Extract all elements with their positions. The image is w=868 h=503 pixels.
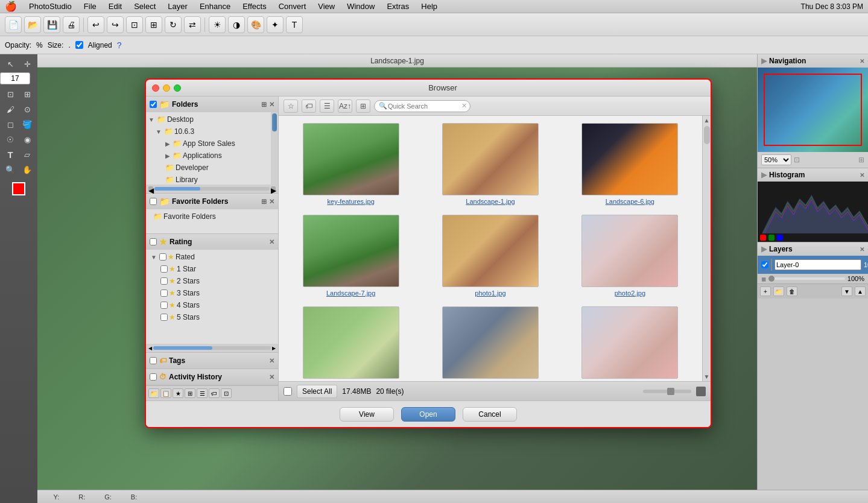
- file-item-4[interactable]: photo1.jpg: [423, 212, 557, 299]
- 3star-checkbox[interactable]: [160, 289, 168, 297]
- new-button[interactable]: 📄: [5, 16, 22, 33]
- folder-scroll-right[interactable]: ▶: [271, 186, 276, 191]
- tree-item-applications[interactable]: ▶ 📁 Applications: [146, 150, 271, 162]
- menu-enhance[interactable]: Enhance: [197, 2, 233, 11]
- rating-scroll-right[interactable]: ▶: [272, 346, 276, 351]
- crop-tool[interactable]: ⊡: [2, 87, 18, 101]
- rating-hscroll-track[interactable]: [153, 346, 271, 350]
- layer-visibility-checkbox[interactable]: [761, 261, 768, 268]
- zoom-slider[interactable]: [643, 390, 691, 393]
- tags-checkbox[interactable]: [150, 357, 157, 364]
- histogram-close[interactable]: ✕: [860, 172, 864, 179]
- folder-close-icon[interactable]: ✕: [269, 101, 274, 109]
- sidebar-btn-7[interactable]: ⊡: [221, 388, 232, 398]
- select-all-button[interactable]: Select All: [297, 385, 337, 398]
- fav-grid-icon[interactable]: ⊞: [261, 198, 267, 206]
- file-item-0[interactable]: key-features.jpg: [284, 121, 418, 207]
- activity-checkbox[interactable]: [150, 373, 157, 381]
- view-button[interactable]: View: [340, 407, 394, 422]
- browser-sort-btn[interactable]: Az↑: [338, 100, 352, 113]
- flip-button[interactable]: ⇄: [184, 16, 201, 33]
- browser-fav-btn[interactable]: ☆: [284, 100, 298, 113]
- 5star-checkbox[interactable]: [160, 314, 168, 321]
- text-tool[interactable]: T: [2, 147, 18, 162]
- folder-grid-icon[interactable]: ⊞: [261, 101, 267, 109]
- file-item-3[interactable]: Landscape-7.jpg: [284, 212, 418, 299]
- browser-view-btn[interactable]: ☰: [320, 100, 334, 113]
- file-item-8[interactable]: photo5.jpg: [563, 304, 697, 381]
- layer-folder-btn[interactable]: 📁: [773, 286, 784, 296]
- contrast-button[interactable]: ◑: [228, 16, 245, 33]
- search-clear-icon[interactable]: ✕: [461, 102, 467, 110]
- eraser-tool[interactable]: ◻: [2, 117, 18, 131]
- menu-view[interactable]: View: [315, 2, 337, 11]
- tree-item-fav-folders[interactable]: 📁 Favorite Folders: [146, 210, 278, 223]
- tree-item-rated[interactable]: ▼ ★ Rated: [146, 251, 278, 263]
- layer-up-btn[interactable]: ▲: [855, 286, 866, 296]
- nav-fit-icon[interactable]: ⊡: [794, 156, 800, 164]
- fav-checkbox[interactable]: [150, 198, 157, 205]
- folder-scroll-thumb[interactable]: [272, 113, 277, 131]
- menu-help[interactable]: Help: [419, 2, 440, 11]
- maximize-traffic-light[interactable]: [174, 84, 181, 92]
- tags-close-icon[interactable]: ✕: [269, 357, 274, 365]
- fill-tool[interactable]: 🪣: [19, 117, 35, 131]
- opacity-slider-track[interactable]: [768, 277, 845, 280]
- rating-checkbox[interactable]: [150, 238, 157, 245]
- tree-item-appstore[interactable]: ▶ 📁 App Store Sales: [146, 138, 271, 150]
- dodge-tool[interactable]: ☉: [2, 132, 18, 147]
- brush-tool[interactable]: 🖌: [2, 102, 18, 116]
- sidebar-btn-2[interactable]: 📋: [160, 388, 171, 398]
- cancel-button[interactable]: Cancel: [463, 407, 517, 422]
- file-item-7[interactable]: photo4.jpg: [423, 304, 557, 381]
- menu-convert[interactable]: Convert: [276, 2, 309, 11]
- text-button[interactable]: T: [286, 16, 303, 33]
- move-tool[interactable]: ✛: [19, 57, 35, 71]
- rating-close-icon[interactable]: ✕: [269, 238, 274, 246]
- clone-tool[interactable]: ⊙: [19, 102, 35, 116]
- folders-checkbox[interactable]: [150, 101, 157, 108]
- sidebar-btn-5[interactable]: ☰: [197, 388, 207, 398]
- blur-tool[interactable]: ◉: [19, 132, 35, 147]
- close-traffic-light[interactable]: [152, 84, 159, 92]
- file-item-5[interactable]: photo2.jpg: [563, 212, 697, 299]
- crop-button[interactable]: ⊡: [126, 16, 143, 33]
- rated-checkbox[interactable]: [159, 253, 166, 261]
- sidebar-btn-4[interactable]: ⊞: [185, 388, 195, 398]
- apple-menu[interactable]: 🍎: [5, 1, 17, 12]
- sidebar-btn-1[interactable]: 📁: [148, 388, 159, 398]
- zoom-select[interactable]: 50% 25% 75% 100%: [761, 154, 791, 165]
- 2star-checkbox[interactable]: [160, 277, 168, 285]
- navigation-thumbnail[interactable]: [758, 68, 868, 152]
- browser-list-btn[interactable]: ⊞: [356, 100, 370, 113]
- menu-layer[interactable]: Layer: [165, 2, 190, 11]
- resize-button[interactable]: ⊞: [145, 16, 162, 33]
- layer-delete-btn[interactable]: 🗑: [787, 286, 797, 296]
- layers-close[interactable]: ✕: [860, 246, 864, 253]
- 4star-checkbox[interactable]: [160, 302, 168, 309]
- layer-name-input[interactable]: [775, 259, 861, 270]
- transform-tool[interactable]: ⊞: [19, 87, 35, 101]
- redo-button[interactable]: ↪: [107, 16, 124, 33]
- scroll-down-btn[interactable]: ▼: [703, 372, 711, 381]
- menu-select[interactable]: Select: [131, 2, 158, 11]
- file-item-2[interactable]: Landscape-6.jpg: [563, 121, 697, 207]
- aligned-checkbox[interactable]: [75, 41, 83, 49]
- color-button[interactable]: 🎨: [247, 16, 264, 33]
- sidebar-btn-3[interactable]: ★: [173, 388, 183, 398]
- print-button[interactable]: 🖨: [63, 16, 80, 33]
- arrow-tool[interactable]: ↖: [2, 57, 18, 71]
- shape-tool[interactable]: ▱: [19, 147, 35, 162]
- tree-item-1star[interactable]: ★ 1 Star: [146, 263, 278, 275]
- rotate-button[interactable]: ↻: [165, 16, 182, 33]
- help-icon[interactable]: ?: [117, 40, 122, 50]
- tree-item-3star[interactable]: ★ 3 Stars: [146, 287, 278, 299]
- minimize-traffic-light[interactable]: [163, 84, 170, 92]
- layer-new-btn[interactable]: +: [760, 286, 771, 296]
- rating-scroll-left[interactable]: ◀: [148, 346, 152, 351]
- menu-photostudio[interactable]: PhotoStudio: [27, 2, 74, 11]
- menu-effects[interactable]: Effects: [240, 2, 269, 11]
- navigation-close[interactable]: ✕: [860, 58, 864, 65]
- grid-view-button[interactable]: [696, 387, 706, 396]
- search-input[interactable]: [374, 100, 470, 112]
